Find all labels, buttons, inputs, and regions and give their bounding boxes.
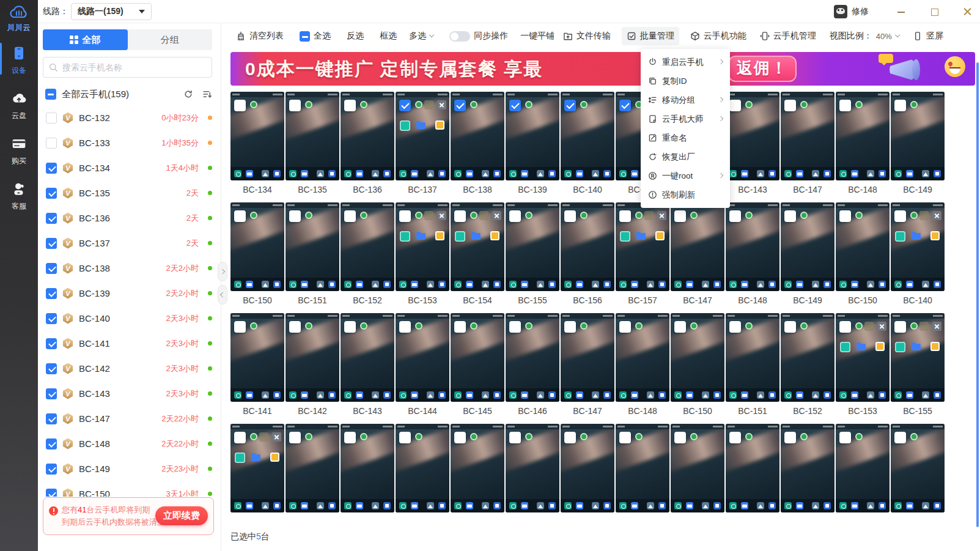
phone-features-button[interactable]: 云手机功能 — [688, 27, 749, 45]
line-select-dropdown[interactable]: 线路一(159) — [71, 3, 152, 20]
phone-card[interactable]: BC-152 — [341, 202, 394, 305]
card-checkbox[interactable] — [674, 321, 686, 333]
select-all-checkbox[interactable] — [45, 89, 56, 100]
phone-screen[interactable] — [230, 424, 284, 512]
phone-screen[interactable] — [506, 424, 559, 512]
phone-screen[interactable] — [836, 92, 890, 180]
card-checkbox[interactable] — [564, 210, 576, 222]
minimize-button[interactable] — [897, 7, 905, 16]
phone-card[interactable]: BC-143 — [341, 313, 394, 416]
phone-card[interactable] — [396, 424, 449, 527]
device-checkbox[interactable] — [46, 213, 57, 224]
phone-card[interactable]: BC-151 — [726, 313, 779, 416]
phone-screen[interactable] — [671, 313, 724, 402]
phone-screen[interactable] — [781, 313, 834, 402]
card-checkbox[interactable] — [509, 432, 521, 443]
phone-screen[interactable] — [451, 313, 504, 402]
card-checkbox[interactable] — [289, 432, 301, 443]
phone-card[interactable] — [341, 424, 394, 527]
phone-screen[interactable] — [671, 202, 724, 291]
card-checkbox[interactable] — [729, 432, 741, 443]
device-checkbox[interactable] — [46, 188, 57, 199]
card-checkbox[interactable] — [729, 210, 741, 222]
card-checkbox[interactable] — [619, 432, 631, 443]
phone-screen[interactable] — [341, 313, 394, 402]
card-checkbox[interactable] — [289, 321, 301, 333]
phone-card[interactable]: BC-147 — [781, 92, 834, 194]
device-checkbox[interactable] — [46, 113, 57, 124]
phone-screen[interactable] — [286, 424, 339, 512]
phone-screen[interactable] — [341, 92, 394, 180]
device-row[interactable]: V BC-149 2天23小时 — [38, 456, 221, 481]
card-checkbox[interactable] — [454, 432, 466, 443]
card-checkbox[interactable] — [399, 210, 411, 222]
phone-card[interactable] — [781, 424, 834, 527]
expand-panel-button[interactable] — [218, 262, 227, 281]
phone-card[interactable]: BC-146 — [506, 313, 559, 416]
phone-screen[interactable] — [286, 202, 339, 291]
card-checkbox[interactable] — [344, 100, 356, 111]
phone-screen[interactable] — [561, 202, 614, 291]
search-box[interactable] — [43, 57, 212, 78]
renew-button[interactable]: 立即续费 — [155, 506, 208, 525]
phone-card[interactable] — [616, 424, 669, 527]
card-checkbox[interactable] — [894, 432, 906, 443]
phone-card[interactable]: BC-140 — [561, 92, 614, 194]
phone-screen[interactable] — [561, 92, 614, 180]
refresh-icon[interactable] — [183, 89, 193, 99]
phone-card[interactable]: BC-152 — [781, 313, 834, 416]
phone-screen[interactable] — [781, 92, 834, 180]
phone-screen[interactable] — [616, 202, 669, 291]
phone-card[interactable]: BC-155 — [891, 313, 945, 416]
maximize-button[interactable] — [930, 7, 938, 16]
phone-card[interactable]: BC-151 — [286, 202, 339, 305]
device-row[interactable]: V BC-140 2天3小时 — [38, 306, 221, 331]
rail-item-购买[interactable]: 购买 — [0, 136, 38, 166]
device-row[interactable]: V BC-150 3天1小时 — [38, 481, 221, 497]
phone-manage-button[interactable]: 云手机管理 — [757, 27, 819, 45]
card-checkbox[interactable] — [839, 432, 851, 443]
card-checkbox[interactable] — [234, 432, 246, 443]
device-row[interactable]: V BC-137 2天 — [38, 231, 221, 256]
device-row[interactable]: V BC-134 1天4小时 — [38, 155, 221, 180]
phone-card[interactable] — [561, 424, 614, 527]
card-checkbox[interactable] — [619, 321, 631, 333]
phone-card[interactable] — [836, 424, 890, 527]
device-checkbox[interactable] — [46, 464, 57, 475]
phone-screen[interactable] — [506, 92, 559, 180]
phone-card[interactable]: BC-149 — [891, 92, 945, 194]
phone-card[interactable]: BC-141 — [230, 313, 284, 416]
close-icon[interactable] — [437, 100, 446, 109]
device-checkbox[interactable] — [46, 489, 57, 497]
menu-item[interactable]: 重启云手机 — [641, 53, 730, 72]
phone-card[interactable]: BC-157 — [616, 202, 669, 305]
card-checkbox[interactable] — [344, 432, 356, 443]
card-checkbox[interactable] — [839, 321, 851, 333]
card-checkbox[interactable] — [839, 100, 851, 111]
close-icon[interactable] — [492, 211, 501, 220]
phone-card[interactable]: BC-137 — [396, 92, 449, 194]
phone-screen[interactable] — [781, 202, 834, 291]
tab-all[interactable]: 全部 — [43, 29, 128, 50]
phone-screen[interactable] — [396, 424, 449, 512]
phone-card[interactable]: BC-148 — [726, 202, 779, 305]
phone-card[interactable]: BC-149 — [781, 202, 834, 305]
device-row[interactable]: V BC-132 0小时23分 — [38, 105, 221, 130]
menu-item[interactable]: 复制ID — [641, 72, 730, 91]
phone-card[interactable]: BC-150 — [671, 313, 724, 416]
device-checkbox[interactable] — [46, 338, 57, 349]
device-checkbox[interactable] — [46, 263, 57, 274]
close-icon[interactable] — [437, 211, 446, 220]
phone-screen[interactable] — [836, 424, 890, 512]
card-checkbox[interactable] — [894, 210, 906, 222]
card-checkbox[interactable] — [509, 210, 521, 222]
phone-card[interactable]: BC-143 — [726, 92, 779, 194]
phone-card[interactable] — [726, 424, 779, 527]
card-checkbox[interactable] — [784, 432, 796, 443]
device-row[interactable]: V BC-142 2天3小时 — [38, 356, 221, 381]
device-row[interactable]: V BC-147 2天22小时 — [38, 406, 221, 431]
card-checkbox[interactable] — [839, 210, 851, 222]
rail-item-客服[interactable]: 客服 — [0, 181, 38, 212]
close-button[interactable] — [963, 7, 971, 16]
device-row[interactable]: V BC-141 2天3小时 — [38, 331, 221, 356]
